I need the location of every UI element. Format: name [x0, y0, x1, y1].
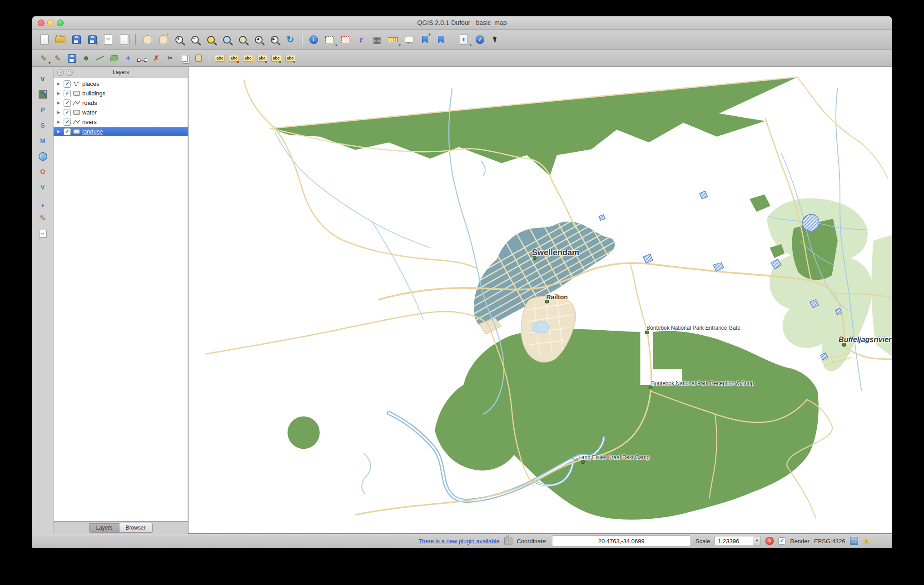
message-log-icon[interactable] [863, 537, 870, 545]
zoom-to-layer-icon[interactable] [236, 33, 249, 46]
remove-layer-icon[interactable]: − [37, 228, 49, 239]
cut-features-icon[interactable]: ✂ [164, 52, 176, 64]
layer-type-icon [73, 100, 80, 106]
show-bookmarks-icon[interactable] [434, 33, 447, 46]
label-rotate-icon[interactable]: abc [270, 52, 282, 64]
new-project-icon[interactable] [38, 33, 51, 46]
map-render [189, 67, 892, 533]
layer-visibility-checkbox[interactable]: ✓ [64, 119, 71, 126]
deselect-features-icon[interactable] [338, 33, 352, 46]
zoom-out-icon[interactable]: − [188, 33, 202, 46]
coordinate-input[interactable] [552, 535, 691, 546]
save-layer-edits-icon[interactable] [66, 52, 78, 64]
add-vector-layer-icon[interactable]: V [37, 73, 49, 85]
add-wfs-layer-icon[interactable]: V [37, 181, 49, 193]
crs-status-icon[interactable] [850, 537, 858, 545]
add-spatialite-layer-icon[interactable]: S [37, 119, 49, 131]
titlebar: QGIS 2.0.1-Dufour - basic_map [32, 16, 892, 30]
render-label: Render [790, 538, 810, 545]
node-tool-icon[interactable] [136, 52, 148, 64]
disclosure-triangle-icon[interactable]: ▶ [57, 91, 62, 95]
manage-layers-toolbar: VPSMOV,✎− [32, 67, 53, 534]
layer-label: roads [82, 99, 97, 106]
disclosure-triangle-icon[interactable]: ▶ [57, 129, 62, 134]
pan-to-selection-icon[interactable] [156, 33, 170, 46]
layer-type-icon [73, 129, 80, 134]
save-project-as-icon[interactable] [85, 33, 99, 46]
label-move-icon[interactable]: abc [256, 52, 268, 64]
add-postgis-layer-icon[interactable]: P [37, 104, 49, 116]
add-wms-layer-icon[interactable] [37, 150, 49, 162]
paste-features-icon[interactable] [193, 52, 204, 64]
layer-visibility-checkbox[interactable]: ✓ [64, 128, 71, 135]
disclosure-triangle-icon[interactable]: ▶ [57, 110, 62, 114]
layer-item-water[interactable]: ▶✓water [54, 108, 188, 117]
label-pin-icon[interactable]: abc [228, 52, 240, 64]
add-oracle-layer-icon[interactable]: O [37, 166, 49, 178]
panel-tab-layers[interactable]: Layers [89, 523, 119, 533]
current-edits-icon[interactable]: ✎▾ [38, 52, 50, 64]
refresh-map-icon[interactable]: ↻ [283, 33, 297, 46]
select-features-icon[interactable]: ▾ [323, 33, 336, 46]
disclosure-triangle-icon[interactable]: ▶ [57, 82, 62, 86]
add-mssql-layer-icon[interactable]: M [37, 135, 49, 147]
layer-item-landuse[interactable]: ▶✓landuse [54, 127, 188, 136]
label-properties-icon[interactable]: abc [284, 52, 296, 64]
open-project-icon[interactable] [54, 33, 67, 46]
text-annotation-icon[interactable]: T▾ [457, 33, 471, 46]
move-feature-icon[interactable]: + [122, 52, 134, 64]
scale-value: 1:23396 [715, 538, 753, 545]
layer-label: places [82, 80, 99, 87]
identify-features-icon[interactable]: i [307, 33, 320, 46]
map-tips-icon[interactable] [402, 33, 416, 46]
select-by-expression-icon[interactable]: ε [354, 33, 368, 46]
toolbar-separator [452, 34, 452, 45]
map-canvas[interactable]: SwellendamRailtonBontebok National Park … [188, 67, 892, 534]
scale-label: Scale [695, 538, 710, 545]
toggle-editing-icon[interactable]: ✎ [52, 52, 64, 64]
save-project-icon[interactable] [70, 33, 83, 46]
panel-tab-browser[interactable]: Browser [119, 523, 153, 533]
render-checkbox[interactable]: ✓ [778, 537, 785, 545]
labeling-icon[interactable]: abc [214, 52, 226, 64]
zoom-next-icon[interactable]: ▸ [268, 33, 281, 46]
capture-line-icon[interactable] [94, 52, 106, 64]
new-bookmark-icon[interactable] [418, 33, 432, 46]
pan-map-icon[interactable] [140, 33, 154, 46]
layer-item-buildings[interactable]: ▶✓buildings [54, 89, 188, 98]
disclosure-triangle-icon[interactable]: ▶ [57, 120, 62, 124]
capture-point-icon[interactable] [80, 52, 92, 64]
scale-combo[interactable]: 1:23396 ▾ [715, 536, 761, 546]
composer-manager-icon[interactable] [117, 33, 131, 46]
layer-visibility-checkbox[interactable]: ✓ [64, 99, 71, 107]
disclosure-triangle-icon[interactable]: ▶ [57, 101, 62, 105]
delete-selected-icon[interactable]: ✗ [150, 52, 162, 64]
copy-features-icon[interactable] [179, 52, 190, 64]
whats-this-icon[interactable] [489, 33, 502, 46]
layer-visibility-checkbox[interactable]: ✓ [64, 90, 71, 97]
new-composer-icon[interactable] [101, 33, 115, 46]
measure-icon[interactable]: ▾ [386, 33, 400, 46]
zoom-full-icon[interactable] [204, 33, 218, 46]
layer-label: landuse [82, 128, 103, 135]
stop-render-icon[interactable]: × [765, 537, 774, 545]
scale-dropdown-icon[interactable]: ▾ [753, 536, 760, 545]
add-delimited-text-layer-icon[interactable]: , [37, 197, 49, 208]
add-raster-layer-icon[interactable] [37, 89, 49, 100]
new-plugin-link[interactable]: There is a new plugin available [418, 538, 500, 545]
attribute-table-icon[interactable]: ▦ [370, 33, 384, 46]
layer-item-rivers[interactable]: ▶✓rivers [54, 117, 188, 127]
zoom-last-icon[interactable]: ◂ [252, 33, 265, 46]
epsg-label: EPSG:4326 [814, 538, 845, 545]
layer-item-roads[interactable]: ▶✓roads [54, 98, 188, 108]
layer-item-places[interactable]: ▶✓places [54, 79, 188, 89]
layer-visibility-checkbox[interactable]: ✓ [64, 109, 71, 116]
plugin-icon[interactable] [504, 537, 512, 545]
label-highlight-icon[interactable]: abc [242, 52, 254, 64]
zoom-to-selection-icon[interactable] [220, 33, 233, 46]
zoom-in-icon[interactable]: + [172, 33, 186, 46]
new-shapefile-layer-icon[interactable]: ✎ [37, 212, 49, 224]
help-icon[interactable]: ? [473, 33, 487, 46]
capture-polygon-icon[interactable] [108, 52, 120, 64]
layer-visibility-checkbox[interactable]: ✓ [64, 80, 71, 88]
